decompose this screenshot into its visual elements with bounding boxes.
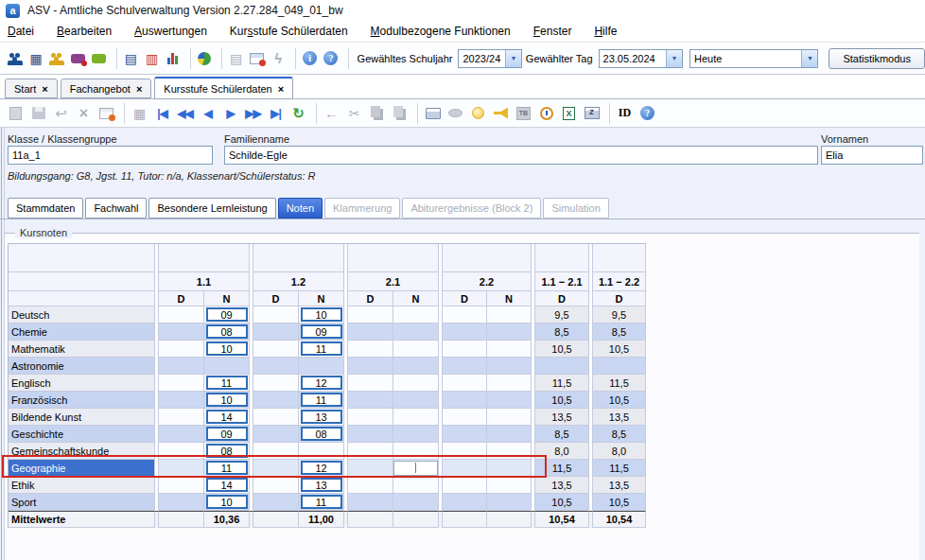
n-grade-cell[interactable] bbox=[487, 324, 532, 341]
klasse-field[interactable]: 11a_1 bbox=[8, 146, 213, 165]
copy-icon[interactable] bbox=[367, 104, 387, 123]
d-grade-cell[interactable] bbox=[443, 358, 487, 375]
close-icon[interactable]: × bbox=[278, 83, 284, 95]
d-grade-cell[interactable] bbox=[348, 358, 393, 375]
n-grade-cell[interactable]: 13 bbox=[299, 409, 344, 426]
d-grade-cell[interactable] bbox=[159, 494, 204, 511]
menu-datei[interactable]: Datei bbox=[8, 22, 44, 41]
hint-bulb-icon[interactable] bbox=[468, 104, 488, 123]
n-grade-cell[interactable] bbox=[393, 341, 439, 358]
n-grade-cell[interactable]: 09 bbox=[204, 306, 250, 324]
d-grade-cell[interactable] bbox=[443, 409, 487, 426]
tb-transfer-icon[interactable]: TB bbox=[514, 104, 533, 123]
grade-input[interactable]: 13 bbox=[301, 410, 342, 424]
clipboard-icon[interactable]: ▤ bbox=[227, 49, 245, 68]
d-grade-cell[interactable] bbox=[253, 392, 299, 409]
n-grade-cell[interactable]: 08 bbox=[299, 426, 344, 443]
d-grade-cell[interactable] bbox=[159, 375, 204, 392]
print-certificate-icon[interactable]: Z bbox=[582, 104, 602, 123]
grade-input[interactable]: 13 bbox=[301, 478, 342, 492]
d-grade-cell[interactable] bbox=[159, 409, 204, 426]
preview-icon[interactable] bbox=[445, 104, 465, 123]
d-grade-cell[interactable] bbox=[159, 477, 204, 494]
d-grade-cell[interactable] bbox=[443, 426, 487, 443]
tab-noten[interactable]: Noten bbox=[278, 198, 323, 219]
d-grade-cell[interactable] bbox=[159, 324, 204, 341]
n-grade-cell[interactable] bbox=[487, 494, 532, 511]
n-grade-cell[interactable] bbox=[487, 477, 532, 494]
n-grade-cell[interactable] bbox=[487, 426, 532, 443]
menu-bearbeiten[interactable]: Bearbeiten bbox=[57, 22, 121, 41]
next-record-icon[interactable]: ▶ bbox=[220, 104, 240, 123]
subject-cell[interactable]: Mathematik bbox=[9, 341, 155, 358]
d-grade-cell[interactable] bbox=[253, 409, 299, 426]
n-grade-cell[interactable]: 10 bbox=[204, 392, 250, 409]
quick-action-bolt-icon[interactable]: ϟ bbox=[270, 49, 288, 68]
grade-input[interactable]: 10 bbox=[206, 495, 248, 509]
subject-cell[interactable]: Geschichte bbox=[9, 426, 155, 443]
vornamen-field[interactable]: Elia bbox=[821, 146, 923, 165]
subject-cell[interactable]: Bildende Kunst bbox=[9, 409, 155, 426]
subject-cell[interactable]: Astronomie bbox=[9, 358, 155, 375]
d-grade-cell[interactable] bbox=[253, 494, 299, 511]
menu-auswertungen[interactable]: Auswertungen bbox=[134, 22, 217, 41]
subject-cell[interactable]: Chemie bbox=[9, 324, 155, 341]
d-grade-cell[interactable] bbox=[253, 426, 299, 443]
n-grade-cell[interactable]: 11 bbox=[299, 494, 344, 511]
students-icon[interactable] bbox=[6, 49, 24, 68]
n-grade-cell[interactable]: 09 bbox=[204, 426, 250, 443]
subject-cell[interactable]: Sport bbox=[9, 494, 155, 511]
d-grade-cell[interactable] bbox=[159, 426, 204, 443]
d-grade-cell[interactable] bbox=[253, 324, 299, 341]
remove-form-icon[interactable] bbox=[96, 104, 116, 123]
n-grade-cell[interactable] bbox=[393, 477, 439, 494]
d-grade-cell[interactable] bbox=[348, 494, 393, 511]
d-grade-cell[interactable] bbox=[443, 375, 487, 392]
tab-stammdaten[interactable]: Stammdaten bbox=[8, 198, 83, 219]
n-grade-cell[interactable] bbox=[393, 409, 439, 426]
tab-fachangebot[interactable]: Fachangebot× bbox=[61, 79, 152, 98]
last-record-icon[interactable]: ▶| bbox=[266, 104, 286, 123]
d-grade-cell[interactable] bbox=[443, 494, 487, 511]
n-grade-cell[interactable]: 10 bbox=[204, 494, 250, 511]
d-grade-cell[interactable] bbox=[348, 341, 393, 358]
print-icon[interactable] bbox=[423, 104, 443, 123]
n-grade-cell[interactable] bbox=[393, 426, 439, 443]
d-grade-cell[interactable] bbox=[443, 477, 487, 494]
schoolyear-combobox[interactable]: 2023/24 ▼ bbox=[458, 49, 521, 68]
back-arrow-icon[interactable]: ← bbox=[322, 104, 341, 123]
grade-input[interactable]: 14 bbox=[206, 410, 248, 424]
staff-icon[interactable] bbox=[48, 49, 66, 68]
n-grade-cell[interactable] bbox=[393, 392, 439, 409]
excel-export-icon[interactable]: X bbox=[559, 104, 579, 123]
tab-kursstufe-schuelerdaten[interactable]: Kursstufe Schülerdaten× bbox=[154, 77, 293, 99]
d-grade-cell[interactable] bbox=[253, 375, 299, 392]
n-grade-cell[interactable]: 10 bbox=[204, 341, 250, 358]
tab-fachwahl[interactable]: Fachwahl bbox=[85, 198, 147, 219]
grade-input[interactable]: 11 bbox=[206, 376, 248, 390]
n-grade-cell[interactable]: 12 bbox=[299, 375, 344, 392]
d-grade-cell[interactable] bbox=[253, 341, 299, 358]
report-bubble-icon[interactable] bbox=[69, 49, 87, 68]
familienname-field[interactable]: Schilde-Egle bbox=[224, 146, 818, 165]
chevron-down-icon[interactable]: ▼ bbox=[801, 50, 817, 67]
refresh-icon[interactable]: ↻ bbox=[288, 104, 308, 123]
tab-besondere-lernleistung[interactable]: Besondere Lernleistung bbox=[148, 198, 275, 219]
n-grade-cell[interactable]: 11 bbox=[204, 375, 250, 392]
undo-icon[interactable]: ↩ bbox=[51, 104, 71, 123]
n-grade-cell[interactable] bbox=[299, 358, 344, 375]
cardfile-icon[interactable]: ▦ bbox=[130, 104, 149, 123]
show-id-icon[interactable]: ID bbox=[615, 104, 635, 123]
d-grade-cell[interactable] bbox=[443, 392, 487, 409]
new-record-icon[interactable] bbox=[6, 104, 26, 123]
paste-icon[interactable] bbox=[390, 104, 410, 123]
d-grade-cell[interactable] bbox=[348, 375, 393, 392]
n-grade-cell[interactable] bbox=[393, 358, 439, 375]
d-grade-cell[interactable] bbox=[443, 324, 487, 341]
school-icon[interactable]: ▦ bbox=[26, 49, 44, 68]
message-bubble-icon[interactable] bbox=[90, 49, 108, 68]
d-grade-cell[interactable] bbox=[159, 341, 204, 358]
close-icon[interactable]: × bbox=[136, 83, 142, 95]
grade-input[interactable]: 11 bbox=[301, 495, 342, 509]
n-grade-cell[interactable] bbox=[487, 392, 532, 409]
